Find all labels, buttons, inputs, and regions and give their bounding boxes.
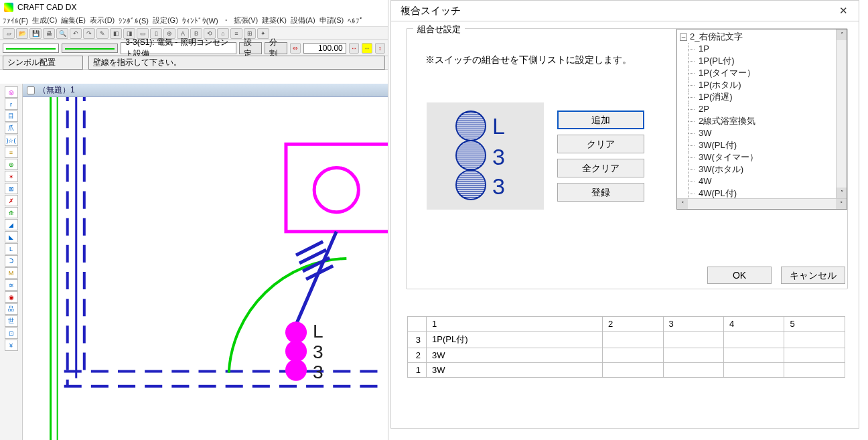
- tree-item[interactable]: 2P: [680, 103, 835, 115]
- scroll-down-icon[interactable]: ˅: [837, 188, 847, 198]
- close-icon[interactable]: ✕: [833, 3, 853, 19]
- tb-print-icon[interactable]: 🖶: [43, 28, 55, 39]
- vbtn12-icon[interactable]: ◢: [5, 219, 18, 230]
- tree-item[interactable]: 3W(PL付): [680, 139, 835, 151]
- vbtn9-icon[interactable]: ⊠: [5, 183, 18, 194]
- menu-facility[interactable]: 設備(A): [291, 15, 315, 25]
- vbtn18-icon[interactable]: ◉: [5, 291, 18, 303]
- table-cell[interactable]: [663, 332, 723, 348]
- vbtn19-icon[interactable]: 品: [5, 303, 18, 315]
- tb-misc1-icon[interactable]: ✎: [96, 28, 108, 39]
- tree-item[interactable]: 1P(タイマー）: [680, 67, 835, 79]
- tree-scroll-vertical[interactable]: ˄ ˅: [836, 29, 847, 198]
- vbtn7-icon[interactable]: ⊕: [5, 159, 18, 170]
- tb-undo-icon[interactable]: ↶: [70, 28, 82, 39]
- vbtn16-icon[interactable]: M: [5, 267, 18, 279]
- table-cell[interactable]: [724, 363, 784, 378]
- vbtn6-icon[interactable]: ≡: [5, 147, 18, 158]
- vbtn8-icon[interactable]: ✶: [5, 171, 18, 182]
- linestyle-1[interactable]: [3, 44, 59, 53]
- tree-scroll-horizontal[interactable]: ˂ ˃: [677, 198, 847, 209]
- add-button[interactable]: 追加: [557, 111, 644, 129]
- menu-create[interactable]: 生成(C): [32, 15, 57, 25]
- tree-item[interactable]: 4W: [680, 175, 835, 188]
- tb-dim-icon[interactable]: ⇔: [290, 43, 300, 54]
- menu-view[interactable]: 表示(D): [90, 15, 115, 25]
- vbtn20-icon[interactable]: 世: [5, 315, 18, 327]
- table-row[interactable]: 31P(PL付): [408, 332, 845, 348]
- col-header[interactable]: 4: [724, 317, 784, 332]
- tb-misc2-icon[interactable]: ◧: [110, 28, 122, 39]
- col-header[interactable]: 2: [603, 317, 663, 332]
- table-cell[interactable]: 1P(PL付): [427, 332, 603, 348]
- menu-symbol[interactable]: ｼﾝﾎﾞﾙ(S): [119, 17, 149, 25]
- table-row[interactable]: 13W: [408, 363, 845, 378]
- tb-redo-icon[interactable]: ↷: [83, 28, 95, 39]
- vbtn5-icon[interactable]: )☆(: [5, 135, 18, 146]
- menu-arch[interactable]: 建築(K): [262, 15, 287, 25]
- vbtn14-icon[interactable]: L: [5, 243, 18, 254]
- tree-root-label[interactable]: 2_右傍記文字: [690, 31, 743, 43]
- table-cell[interactable]: [603, 363, 663, 378]
- collapse-icon[interactable]: –: [680, 33, 687, 41]
- vbtn10-icon[interactable]: ✗: [5, 195, 18, 206]
- vbtn3-icon[interactable]: 目: [5, 111, 18, 122]
- table-cell[interactable]: [784, 363, 845, 378]
- col-header[interactable]: 1: [427, 317, 603, 332]
- vbtn21-icon[interactable]: ⊡: [5, 327, 18, 339]
- register-button[interactable]: 登録: [557, 183, 644, 202]
- tb-arrow3-icon[interactable]: ↕: [375, 43, 385, 54]
- tb-arrow-icon[interactable]: ↔: [349, 43, 359, 54]
- scale-input[interactable]: [303, 43, 346, 54]
- scroll-right-icon[interactable]: ˃: [836, 199, 847, 210]
- tb-arrow2-icon[interactable]: ↔: [362, 43, 372, 54]
- vbtn13-icon[interactable]: ◣: [5, 231, 18, 242]
- tree-item[interactable]: 1P(消遅): [680, 91, 835, 103]
- scroll-up-icon[interactable]: ˄: [837, 29, 847, 40]
- table-cell[interactable]: [784, 332, 845, 348]
- clear-all-button[interactable]: 全クリア: [557, 159, 644, 177]
- tb-open-icon[interactable]: 📂: [16, 28, 28, 39]
- vbtn11-icon[interactable]: ⟰: [5, 207, 18, 218]
- table-cell[interactable]: [724, 332, 784, 348]
- scroll-left-icon[interactable]: ˂: [677, 199, 688, 210]
- menu-apply[interactable]: 申請(S): [319, 15, 344, 25]
- table-row[interactable]: 23W: [408, 348, 845, 363]
- layer-desc[interactable]: 3-3(S1): 電気 - 照明コンセント設備: [121, 42, 236, 54]
- menu-help[interactable]: ﾍﾙﾌﾟ: [348, 17, 364, 25]
- table-cell[interactable]: [724, 348, 784, 363]
- vbtn17-icon[interactable]: ≋: [5, 279, 18, 291]
- vbtn2-icon[interactable]: r: [5, 98, 18, 110]
- tree-item[interactable]: 3W(タイマー）: [680, 151, 835, 163]
- layer-settings-button[interactable]: 設定: [239, 42, 262, 54]
- menu-edit[interactable]: 編集(E): [61, 15, 86, 25]
- tree-item[interactable]: 2線式浴室換気: [680, 115, 835, 127]
- drawing-canvas[interactable]: L 3 3: [23, 97, 388, 440]
- col-header[interactable]: 3: [663, 317, 723, 332]
- ok-button[interactable]: OK: [707, 267, 772, 284]
- table-cell[interactable]: 3W: [427, 363, 603, 378]
- table-cell[interactable]: [603, 332, 663, 348]
- menu-window[interactable]: ｳｨﾝﾄﾞｳ(W): [182, 17, 218, 25]
- vbtn22-icon[interactable]: ¥: [5, 340, 18, 351]
- tb-new-icon[interactable]: ▱: [3, 28, 15, 39]
- table-cell[interactable]: [663, 348, 723, 363]
- layer-split-button[interactable]: 分割: [265, 42, 287, 54]
- tree-item[interactable]: 1P(PL付): [680, 55, 835, 67]
- linestyle-2[interactable]: [62, 44, 118, 53]
- table-cell[interactable]: [784, 348, 845, 363]
- tb-zoom-icon[interactable]: 🔍: [56, 28, 68, 39]
- tb-misc13-icon[interactable]: ✦: [257, 28, 269, 39]
- vbtn4-icon[interactable]: 爪: [5, 123, 18, 134]
- document-tab[interactable]: （無題）1: [23, 84, 388, 97]
- tree-item[interactable]: 1P(ホタル): [680, 79, 835, 91]
- col-header[interactable]: 5: [784, 317, 845, 332]
- tb-save-icon[interactable]: 💾: [29, 28, 42, 39]
- cancel-button[interactable]: キャンセル: [781, 267, 845, 284]
- table-cell[interactable]: 3W: [427, 348, 603, 363]
- menu-settings[interactable]: 設定(G): [153, 15, 178, 25]
- switch-tree[interactable]: – 2_右傍記文字 1P1P(PL付)1P(タイマー）1P(ホタル)1P(消遅)…: [676, 29, 847, 210]
- clear-button[interactable]: クリア: [557, 135, 644, 153]
- menu-ext[interactable]: 拡張(V): [234, 15, 259, 25]
- vbtn1-icon[interactable]: ◎: [5, 86, 18, 98]
